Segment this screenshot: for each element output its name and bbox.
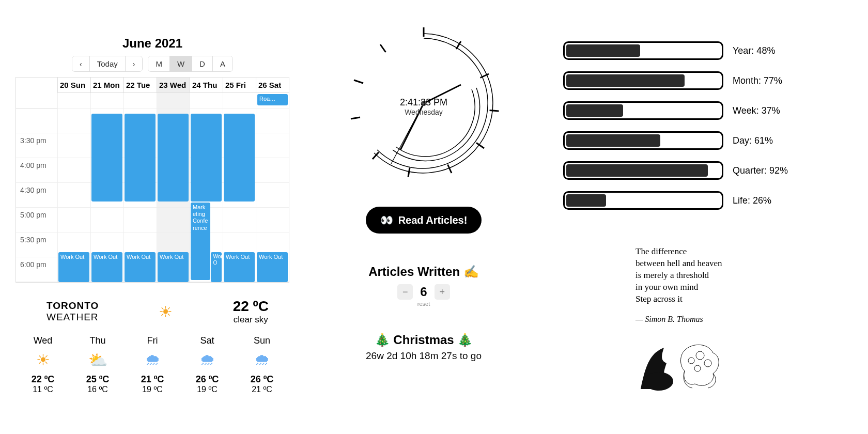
- quote-line: is merely a threshold: [636, 270, 709, 280]
- forecast-low: 21 ºC: [235, 385, 289, 394]
- countdown-widget: 🎄 Christmas 🎄 26w 2d 10h 18m 27s to go: [366, 333, 482, 362]
- forecast-low: 19 ºC: [180, 385, 235, 394]
- calendar-event-block[interactable]: [125, 114, 156, 202]
- calendar-grid: 20 Sun 21 Mon 22 Tue 23 Wed 24 Thu 25 Fr…: [16, 77, 289, 283]
- calendar-prev-button[interactable]: ‹: [72, 56, 90, 71]
- sun-icon: ☀: [159, 303, 173, 321]
- forecast-day-label: Thu: [70, 335, 125, 346]
- calendar-title: June 2021: [16, 36, 289, 51]
- calendar-event-workout[interactable]: Work Out: [91, 252, 122, 282]
- forecast-day: Thu ⛅ 25 ºC 16 ºC: [70, 335, 125, 394]
- sun-icon: ☀: [16, 349, 70, 370]
- forecast-day: Sun 🌧 26 ºC 21 ºC: [235, 335, 289, 394]
- calendar-view-group: M W D A: [148, 56, 233, 72]
- weather-widget: TORONTO WEATHER ☀ 22 ºC clear sky Wed ☀ …: [16, 298, 289, 394]
- time-label: 5:30 pm: [16, 233, 57, 257]
- forecast-day-label: Sun: [235, 335, 289, 346]
- progress-label: Month: 77%: [733, 75, 782, 86]
- read-articles-label: Read Articles!: [398, 214, 468, 226]
- svg-line-9: [354, 80, 363, 83]
- calendar-allday-row: Roa…: [16, 93, 289, 109]
- quote-line: between hell and heaven: [636, 258, 722, 268]
- calendar-event-block[interactable]: [158, 114, 189, 202]
- progress-row-year: Year: 48%: [563, 41, 858, 60]
- counter-reset-link[interactable]: reset: [368, 301, 479, 307]
- quote-line: The difference: [636, 246, 687, 256]
- calendar-day-col[interactable]: 23 Wed: [157, 78, 190, 93]
- countdown-title: 🎄 Christmas 🎄: [366, 333, 482, 347]
- svg-point-16: [696, 351, 704, 360]
- calendar-next-button[interactable]: ›: [126, 56, 143, 71]
- forecast-high: 21 ºC: [125, 374, 180, 385]
- time-label: 5:00 pm: [16, 208, 57, 233]
- svg-point-15: [644, 372, 673, 391]
- calendar-day-col[interactable]: 20 Sun: [57, 78, 90, 93]
- forecast-low: 11 ºC: [16, 385, 70, 394]
- quote-line: Step across it: [636, 294, 683, 304]
- counter-increment-button[interactable]: +: [435, 284, 450, 300]
- progress-bar: [563, 71, 723, 90]
- calendar-event-block[interactable]: [91, 114, 122, 202]
- calendar-view-day[interactable]: D: [192, 56, 213, 71]
- progress-row-life: Life: 26%: [563, 191, 858, 210]
- calendar-day-col[interactable]: 21 Mon: [90, 78, 123, 93]
- forecast-day-label: Fri: [125, 335, 180, 346]
- weather-current: 22 ºC clear sky: [233, 298, 269, 325]
- partly-cloudy-icon: ⛅: [70, 349, 125, 370]
- forecast-high: 25 ºC: [70, 374, 125, 385]
- progress-row-week: Week: 37%: [563, 101, 858, 120]
- weather-current-temp: 22 ºC: [233, 298, 269, 315]
- calendar-today-button[interactable]: Today: [90, 56, 126, 71]
- analog-clock: 2:41:33 PM Wednesday: [346, 26, 501, 181]
- calendar-event-workout[interactable]: Work Out: [224, 252, 255, 282]
- quote-author: — Simon B. Thomas: [636, 315, 791, 324]
- forecast-day: Wed ☀ 22 ºC 11 ºC: [16, 335, 70, 394]
- svg-line-7: [373, 152, 379, 160]
- calendar-event-workout[interactable]: Work Out: [257, 252, 288, 282]
- read-articles-button[interactable]: 👀 Read Articles!: [366, 207, 482, 234]
- calendar-event-workout[interactable]: Work Out: [58, 252, 89, 282]
- rain-icon: 🌧: [125, 349, 180, 370]
- progress-row-quarter: Quarter: 92%: [563, 161, 858, 180]
- progress-bar: [563, 161, 723, 180]
- progress-label: Year: 48%: [733, 45, 775, 56]
- progress-label: Day: 61%: [733, 135, 773, 146]
- calendar-day-col[interactable]: 24 Thu: [190, 78, 223, 93]
- progress-bar: [563, 101, 723, 120]
- progress-bar: [563, 41, 723, 60]
- time-label: 6:00 pm: [16, 257, 57, 282]
- calendar-event-workout[interactable]: Work Out: [158, 252, 189, 282]
- calendar-day-col[interactable]: 25 Fri: [223, 78, 256, 93]
- calendar-view-week[interactable]: W: [170, 56, 192, 71]
- forecast-day: Fri 🌧 21 ºC 19 ºC: [125, 335, 180, 394]
- weather-city-name: TORONTO: [47, 300, 99, 312]
- calendar-view-month[interactable]: M: [148, 56, 170, 71]
- calendar-event-block[interactable]: [224, 114, 255, 202]
- quote-card: The difference between hell and heaven i…: [636, 246, 791, 396]
- rain-icon: 🌧: [180, 349, 235, 370]
- countdown-remaining: 26w 2d 10h 18m 27s to go: [366, 350, 482, 362]
- forecast-day: Sat 🌧 26 ºC 19 ºC: [180, 335, 235, 394]
- weather-city-sub: WEATHER: [47, 312, 99, 323]
- weather-current-desc: clear sky: [233, 315, 269, 325]
- forecast-high: 22 ºC: [16, 374, 70, 385]
- svg-point-14: [421, 101, 427, 106]
- progress-bar: [563, 191, 723, 210]
- forecast-day-label: Wed: [16, 335, 70, 346]
- calendar-view-agenda[interactable]: A: [213, 56, 233, 71]
- forecast-high: 26 ºC: [180, 374, 235, 385]
- calendar-event-block[interactable]: [191, 114, 222, 202]
- counter-decrement-button[interactable]: −: [397, 284, 413, 300]
- counter-title: Articles Written ✍️: [368, 265, 479, 279]
- svg-point-17: [704, 360, 711, 367]
- calendar-day-col[interactable]: 22 Tue: [123, 78, 157, 93]
- progress-label: Week: 37%: [733, 105, 780, 116]
- forecast-low: 16 ºC: [70, 385, 125, 394]
- calendar-day-col[interactable]: 26 Sat: [256, 78, 289, 93]
- time-label: 3:30 pm: [16, 133, 57, 158]
- weather-location: TORONTO WEATHER: [47, 300, 99, 323]
- calendar-event-workout[interactable]: Work Out: [125, 252, 156, 282]
- calendar-event-workout[interactable]: Work O: [211, 252, 222, 282]
- calendar-event-marketing[interactable]: Marketing Conference: [191, 203, 210, 280]
- calendar-event-roa[interactable]: Roa…: [257, 94, 288, 105]
